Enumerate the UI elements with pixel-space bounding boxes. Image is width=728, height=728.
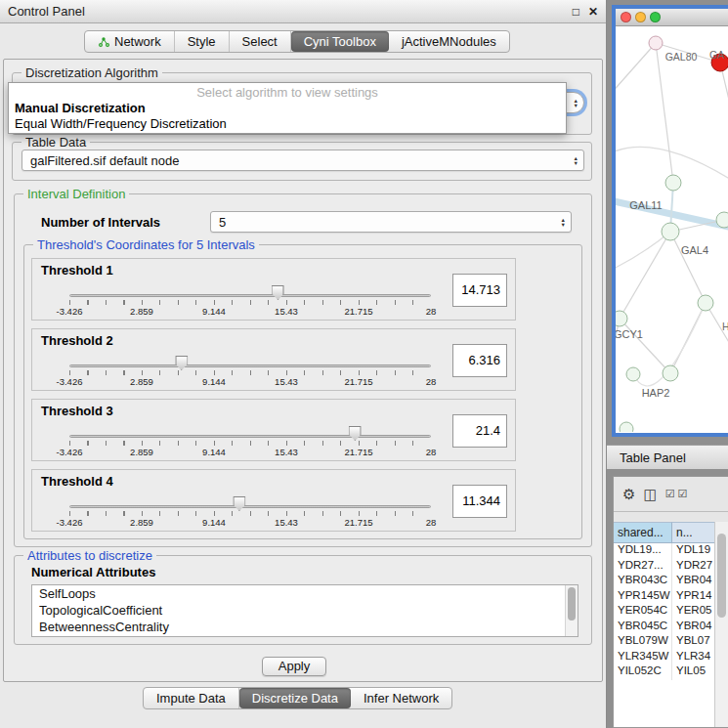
column-header-name[interactable]: n... xyxy=(672,522,715,543)
tick-label: 21.715 xyxy=(344,447,372,457)
slider-handle[interactable] xyxy=(233,496,245,511)
tick-label: 9.144 xyxy=(202,376,226,387)
table-data-combo-value: galFiltered.sif default node xyxy=(30,153,179,168)
table-row[interactable]: YDR27... YDR27 xyxy=(614,559,715,575)
table-data-combo[interactable]: galFiltered.sif default node ▲ ▼ xyxy=(21,150,584,171)
slider-handle[interactable] xyxy=(272,285,284,300)
select-column-icon[interactable]: ☑ xyxy=(678,487,688,501)
network-node[interactable] xyxy=(665,175,681,191)
numerical-attributes-list[interactable]: SelfLoops TopologicalCoefficient Between… xyxy=(31,584,578,637)
tab-style[interactable]: Style xyxy=(175,31,230,52)
network-node[interactable] xyxy=(626,367,640,381)
cell-shared-name[interactable]: YIL052C xyxy=(614,664,672,680)
network-node[interactable] xyxy=(663,365,678,381)
apply-button[interactable]: Apply xyxy=(262,657,326,676)
network-node[interactable] xyxy=(698,295,713,311)
cell-name[interactable]: YLR34 xyxy=(672,650,715,665)
cell-shared-name[interactable]: YBL079W xyxy=(614,634,672,650)
cell-name[interactable]: YDR27 xyxy=(672,559,715,575)
cell-name[interactable]: YIL05 xyxy=(672,664,715,680)
network-node[interactable] xyxy=(616,311,627,326)
screen: Control Panel □ ✕ Network Style xyxy=(0,0,728,728)
table-row[interactable]: YPR145W YPR14 xyxy=(614,589,715,605)
threshold-2-value-field[interactable]: 6.316 xyxy=(452,344,507,377)
tab-network[interactable]: Network xyxy=(85,31,175,52)
table-row[interactable]: YBL079W YBL07 xyxy=(614,634,715,650)
slider-handle[interactable] xyxy=(175,356,188,370)
tick-label: 2.859 xyxy=(130,447,153,457)
list-item[interactable]: BetweennessCentrality xyxy=(32,619,578,635)
tab-select[interactable]: Select xyxy=(230,31,291,52)
table-row[interactable]: YER054C YER05 xyxy=(614,604,715,620)
minimize-traffic-light[interactable] xyxy=(635,12,646,22)
slider-handle[interactable] xyxy=(349,426,362,441)
column-header-shared-name[interactable]: shared... xyxy=(614,522,672,543)
threshold-1-value-field[interactable]: 14.713 xyxy=(452,274,507,307)
network-canvas[interactable]: GAL80 GA GAL11 GAL4 GCY1 H HAP2 xyxy=(616,26,728,432)
network-node[interactable] xyxy=(662,223,679,240)
cell-shared-name[interactable]: YBR045C xyxy=(614,620,672,635)
cell-name[interactable]: YDL19 xyxy=(672,543,715,559)
tab-infer-network[interactable]: Infer Network xyxy=(351,688,451,708)
dropdown-option-equal-width[interactable]: Equal Width/Frequency Discretization xyxy=(9,116,566,132)
select-all-icon[interactable]: ☑ xyxy=(665,487,675,501)
tab-jactivemnodules[interactable]: jActiveMNodules xyxy=(389,31,509,52)
list-scrollbar[interactable] xyxy=(565,585,578,636)
cell-shared-name[interactable]: YER054C xyxy=(614,604,672,620)
cell-name[interactable]: YER05 xyxy=(672,604,715,620)
slider-track[interactable] xyxy=(69,294,431,297)
network-node[interactable] xyxy=(649,36,663,50)
table-row[interactable]: YBR045C YBR04 xyxy=(614,620,715,635)
scrollbar-thumb[interactable] xyxy=(717,534,726,618)
slider-track[interactable] xyxy=(69,364,431,367)
tab-network-label: Network xyxy=(114,34,161,49)
tab-cyni-toolbox[interactable]: Cyni Toolbox xyxy=(291,31,389,52)
scrollbar-thumb[interactable] xyxy=(568,587,576,621)
node-label: GAL4 xyxy=(681,244,708,256)
tick-label: 28 xyxy=(426,306,437,317)
cell-shared-name[interactable]: YBR043C xyxy=(614,574,672,589)
threshold-3-label: Threshold 3 xyxy=(41,404,113,418)
cell-shared-name[interactable]: YDR27... xyxy=(614,559,672,575)
cell-shared-name[interactable]: YLR345W xyxy=(614,650,672,665)
table-scrollbar[interactable] xyxy=(714,522,728,727)
columns-icon[interactable]: ◫ xyxy=(643,487,657,501)
network-view-window: GAL80 GA GAL11 GAL4 GCY1 H HAP2 xyxy=(612,5,728,437)
tab-jactivemnodules-label: jActiveMNodules xyxy=(402,34,496,49)
number-of-intervals-combo[interactable]: 5 ▲ ▼ xyxy=(210,211,572,233)
tab-impute-data[interactable]: Impute Data xyxy=(144,688,239,708)
cell-name[interactable]: YBL07 xyxy=(672,634,715,650)
table-header-row: shared... n... xyxy=(614,522,715,543)
table-row[interactable]: YLR345W YLR34 xyxy=(614,650,715,665)
table-row[interactable]: YIL052C YIL05 xyxy=(614,664,715,680)
float-icon[interactable]: □ xyxy=(573,5,579,19)
network-graph[interactable]: GAL80 GA GAL11 GAL4 GCY1 H HAP2 xyxy=(616,26,728,432)
table-row[interactable]: YDL19... YDL19 xyxy=(614,543,715,559)
tick-label: -3.426 xyxy=(57,306,83,317)
close-icon[interactable]: ✕ xyxy=(588,5,598,19)
dropdown-option-manual-discretization[interactable]: Manual Discretization xyxy=(9,101,566,116)
close-traffic-light[interactable] xyxy=(621,12,631,22)
cell-name[interactable]: YBR04 xyxy=(672,574,715,589)
threshold-4-value-field[interactable]: 11.344 xyxy=(452,485,507,518)
list-item[interactable]: SelfLoops xyxy=(32,585,578,602)
gear-icon[interactable]: ⚙ xyxy=(622,487,635,501)
cell-shared-name[interactable]: YDL19... xyxy=(614,543,672,559)
combo-stepper-icon: ▲ ▼ xyxy=(574,156,578,165)
list-item[interactable]: TopologicalCoefficient xyxy=(32,602,578,619)
zoom-traffic-light[interactable] xyxy=(650,12,661,22)
network-node[interactable] xyxy=(620,422,633,432)
number-of-intervals-value: 5 xyxy=(219,215,226,230)
threshold-4-panel: Threshold 4 -3.426 2.859 9.144 15.43 21.… xyxy=(31,469,516,532)
cell-name[interactable]: YPR14 xyxy=(672,589,715,605)
slider-track[interactable] xyxy=(69,435,431,438)
cell-name[interactable]: YBR04 xyxy=(672,620,715,635)
network-node[interactable] xyxy=(716,212,728,228)
table-row[interactable]: YBR043C YBR04 xyxy=(614,574,715,589)
algorithm-dropdown-popup: Select algorithm to view settings Manual… xyxy=(8,82,567,134)
attributes-group-title: Attributes to discretize xyxy=(23,548,156,563)
cell-shared-name[interactable]: YPR145W xyxy=(614,589,672,605)
tab-discretize-data[interactable]: Discretize Data xyxy=(239,688,351,708)
slider-track[interactable] xyxy=(69,505,431,508)
threshold-3-value-field[interactable]: 21.4 xyxy=(452,414,507,448)
